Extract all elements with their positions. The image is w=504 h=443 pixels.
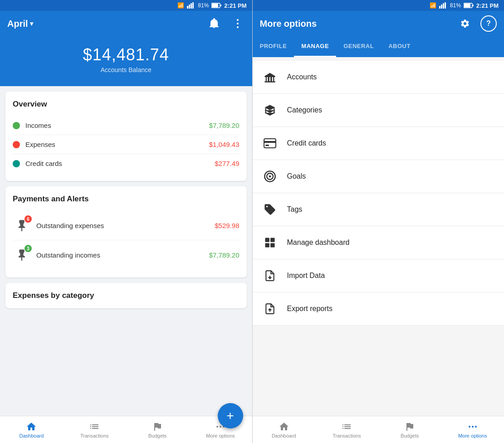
nav-budgets-label: Budgets: [148, 433, 166, 438]
right-nav-dashboard-label: Dashboard: [272, 433, 296, 438]
menu-item-categories[interactable]: Categories: [253, 94, 504, 127]
right-nav-transactions[interactable]: Transactions: [315, 416, 378, 443]
add-button[interactable]: +: [218, 403, 243, 428]
incomes-badge: 3: [24, 245, 32, 252]
svg-rect-14: [441, 5, 442, 9]
credit-cards-row[interactable]: Credit cards $277.49: [13, 154, 240, 173]
svg-rect-22: [265, 145, 269, 146]
menu-item-accounts[interactable]: Accounts: [253, 61, 504, 94]
outstanding-incomes-row[interactable]: 3 Outstanding incomes $7,789.20: [13, 240, 240, 269]
tab-about[interactable]: ABOUT: [381, 36, 418, 56]
svg-point-9: [237, 26, 239, 28]
categories-label: Categories: [287, 106, 322, 114]
expenses-category-card: Expenses by category: [5, 283, 247, 308]
svg-point-11: [220, 426, 221, 428]
right-status-bar: 📶 81% 2:21 PM: [253, 0, 504, 11]
pin-expenses-icon: 6: [13, 216, 31, 234]
menu-item-tags[interactable]: Tags: [253, 193, 504, 226]
outstanding-expenses-row[interactable]: 6 Outstanding expenses $529.98: [13, 211, 240, 240]
menu-item-export-reports[interactable]: Export reports: [253, 292, 504, 326]
right-app-header: More options ?: [253, 11, 504, 36]
incomes-dot: [13, 122, 20, 129]
svg-rect-13: [439, 6, 440, 9]
tags-icon: [262, 201, 278, 218]
incomes-row[interactable]: Incomes $7,789.20: [13, 116, 240, 135]
cards-container: Overview Incomes $7,789.20 Expenses $1,0…: [0, 86, 252, 416]
balance-label: Accounts Balance: [7, 66, 245, 73]
payments-card: Payments and Alerts 6 Outstanding expens…: [5, 186, 247, 277]
balance-section: $14,481.74 Accounts Balance: [0, 36, 252, 86]
categories-icon: [262, 102, 278, 118]
nav-dashboard[interactable]: Dashboard: [0, 416, 63, 443]
svg-rect-0: [187, 6, 188, 9]
expenses-label: Expenses: [25, 141, 209, 148]
tab-profile[interactable]: PROFILE: [253, 36, 294, 56]
menu-item-import-data[interactable]: Import Data: [253, 259, 504, 292]
incomes-label: Incomes: [25, 122, 209, 129]
tab-general[interactable]: GENERAL: [336, 36, 381, 56]
help-button[interactable]: ?: [480, 15, 497, 32]
credit-cards-menu-label: Credit cards: [287, 139, 326, 147]
import-data-label: Import Data: [287, 272, 325, 280]
svg-point-10: [216, 426, 218, 428]
menu-item-goals[interactable]: Goals: [253, 160, 504, 193]
nav-budgets[interactable]: Budgets: [126, 416, 189, 443]
right-nav-budgets[interactable]: Budgets: [378, 416, 441, 443]
settings-button[interactable]: [457, 15, 473, 32]
right-wifi-icon: 📶: [430, 2, 436, 9]
manage-dashboard-label: Manage dashboard: [287, 239, 350, 247]
svg-rect-28: [265, 243, 269, 247]
svg-point-34: [475, 426, 477, 428]
svg-point-8: [237, 23, 239, 24]
expenses-category-title: Expenses by category: [13, 291, 240, 300]
credit-cards-label: Credit cards: [25, 160, 215, 167]
expenses-badge: 6: [24, 215, 32, 223]
signal-icon: [187, 2, 195, 9]
right-battery-icon: [464, 3, 474, 8]
export-reports-icon: [262, 301, 278, 317]
right-nav-transactions-label: Transactions: [333, 433, 361, 438]
svg-rect-3: [192, 2, 194, 9]
svg-point-32: [469, 426, 470, 428]
svg-rect-18: [464, 4, 470, 7]
manage-dashboard-icon: [262, 234, 278, 251]
svg-rect-21: [264, 141, 276, 143]
menu-item-credit-cards[interactable]: Credit cards: [253, 127, 504, 160]
svg-rect-19: [473, 5, 474, 6]
overview-title: Overview: [13, 100, 240, 109]
right-panel: 📶 81% 2:21 PM More options ?: [252, 0, 504, 443]
accounts-label: Accounts: [287, 73, 317, 81]
month-selector[interactable]: April ▾: [7, 19, 33, 29]
bank-icon: [262, 69, 278, 85]
expenses-row[interactable]: Expenses $1,049.43: [13, 135, 240, 154]
dropdown-icon[interactable]: ▾: [30, 20, 33, 27]
battery-icon: [211, 3, 221, 8]
more-menu-button[interactable]: [230, 16, 245, 31]
battery-text: 81%: [198, 2, 209, 9]
nav-transactions[interactable]: Transactions: [63, 416, 126, 443]
outstanding-expenses-label: Outstanding expenses: [36, 222, 215, 229]
tab-manage[interactable]: MANAGE: [294, 36, 336, 56]
wifi-icon: 📶: [177, 2, 184, 9]
svg-rect-15: [443, 3, 444, 9]
outstanding-expenses-value: $529.98: [215, 222, 239, 229]
svg-rect-20: [264, 139, 276, 148]
left-bottom-nav: Dashboard Transactions Budgets More opti…: [0, 416, 252, 443]
notification-button[interactable]: [207, 16, 221, 31]
right-nav-more-options[interactable]: More options: [441, 416, 504, 443]
header-icons: [207, 16, 245, 31]
goals-icon: [262, 168, 278, 185]
right-header-icons: ?: [457, 15, 497, 32]
left-time: 2:21 PM: [224, 2, 246, 9]
credit-cards-value: $277.49: [215, 160, 239, 167]
right-nav-dashboard[interactable]: Dashboard: [253, 416, 316, 443]
svg-rect-5: [212, 4, 218, 7]
menu-item-manage-dashboard[interactable]: Manage dashboard: [253, 226, 504, 259]
right-bottom-nav: Dashboard Transactions Budgets More opti…: [253, 416, 504, 443]
overview-card: Overview Incomes $7,789.20 Expenses $1,0…: [5, 92, 247, 181]
svg-rect-27: [270, 238, 274, 242]
pin-incomes-icon: 3: [13, 246, 31, 264]
svg-rect-6: [220, 5, 221, 6]
left-status-bar: 📶 81% 2:21 PM: [0, 0, 252, 11]
svg-rect-2: [191, 3, 192, 9]
